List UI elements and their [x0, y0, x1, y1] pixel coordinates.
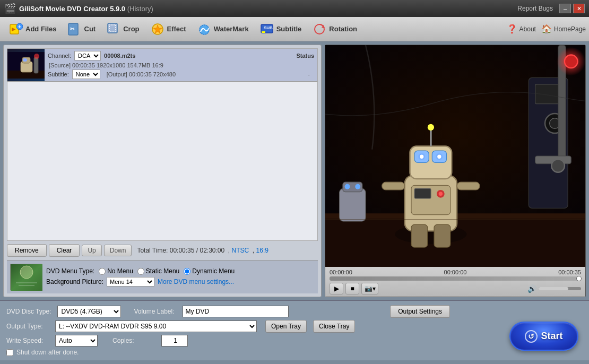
app-logo-icon: 🎬 — [4, 3, 16, 14]
time-left: 00:00:00 — [330, 269, 352, 275]
close-tray-button[interactable]: Close Tray — [313, 320, 355, 333]
svg-point-55 — [437, 155, 441, 159]
down-button[interactable]: Down — [104, 245, 132, 256]
write-speed-select[interactable]: Auto — [55, 335, 98, 346]
volume-bar[interactable] — [539, 287, 581, 290]
rotation-icon — [312, 22, 327, 37]
dvd-menu-area: DVD Menu Type: No Menu Static Menu Dynam… — [7, 260, 318, 293]
vol-label: Volume Label: — [134, 308, 176, 315]
cut-label: Cut — [84, 25, 96, 33]
svg-point-24 — [20, 266, 33, 279]
subtitle-select[interactable]: None — [72, 70, 100, 79]
source-info: [Source] 00:00:35 1920x1080 154.7MB 16:9 — [48, 62, 314, 68]
dynamic-menu-label[interactable]: Dynamic Menu — [184, 267, 235, 275]
ntsc-link[interactable]: NTSC — [232, 247, 249, 254]
start-area: ↺ Start — [509, 322, 578, 351]
svg-point-54 — [420, 155, 423, 159]
toolbar-cut[interactable]: ✂ Cut — [62, 20, 101, 39]
time-middle: 00:00:00 — [444, 269, 467, 275]
svg-text:✂: ✂ — [70, 26, 75, 32]
filename: 00008.m2ts — [104, 53, 197, 59]
toolbar: ▶ + Add Files ✂ Cut Crop — [0, 17, 589, 41]
svg-text:▶: ▶ — [12, 27, 16, 32]
watermark-label: WaterMark — [214, 25, 249, 33]
ratio-link[interactable]: 16:9 — [256, 247, 268, 254]
bottom-wrapper: DVD Disc Type: DVD5 (4.7GB) Volume Label… — [0, 300, 589, 360]
close-button[interactable]: ✕ — [573, 4, 585, 13]
static-menu-radio[interactable] — [137, 268, 144, 275]
status-value: - — [308, 71, 310, 77]
toolbar-crop[interactable]: Crop — [101, 20, 144, 39]
bg-picture-select[interactable]: Menu 14 — [107, 277, 154, 287]
vol-input[interactable] — [183, 306, 289, 317]
clear-button[interactable]: Clear — [49, 244, 80, 257]
copies-input[interactable] — [161, 335, 188, 346]
output-type-select[interactable]: L: --VXDV DVD-RAM DVDR S95 9.00 — [55, 320, 257, 332]
volume-fill — [539, 287, 568, 290]
disc-type-select[interactable]: DVD5 (4.7GB) — [57, 306, 121, 317]
minimize-button[interactable]: – — [559, 4, 571, 13]
start-icon: ↺ — [525, 330, 538, 343]
add-files-label: Add Files — [25, 25, 57, 33]
status-header: Status — [296, 53, 314, 59]
bottom-row1: DVD Disc Type: DVD5 (4.7GB) Volume Label… — [6, 305, 583, 318]
camera-button[interactable]: 📷▾ — [361, 283, 378, 294]
shutdown-checkbox[interactable] — [6, 349, 13, 356]
no-menu-label[interactable]: No Menu — [99, 267, 133, 275]
svg-text:SUB: SUB — [264, 25, 273, 30]
svg-rect-21 — [34, 57, 38, 73]
controls-row: ▶ ■ 📷▾ 🔊 — [330, 283, 581, 294]
video-preview-panel: 00:00:00 00:00:00 00:00:35 ▶ ■ 📷▾ 🔊 — [325, 45, 586, 297]
svg-point-38 — [565, 55, 578, 68]
menu-bg-row: Background Picture: Menu 14 More DVD men… — [46, 277, 235, 287]
subtitle-icon: SUB — [259, 22, 274, 37]
app-title: GiliSoft Movie DVD Creator 5.9.0 (Histor… — [19, 5, 153, 13]
svg-point-60 — [345, 184, 350, 189]
left-panel: Channel: DCA 00008.m2ts Status [Source] … — [3, 45, 322, 297]
toolbar-about[interactable]: ❓ About — [507, 24, 536, 34]
toolbar-watermark[interactable]: WaterMark — [192, 20, 254, 39]
toolbar-subtitle[interactable]: SUB Subtitle — [254, 20, 307, 39]
start-button[interactable]: ↺ Start — [509, 322, 578, 351]
shutdown-row: Shut down after done. — [6, 349, 583, 356]
report-bugs-link[interactable]: Report Bugs — [517, 5, 553, 12]
toolbar-rotation[interactable]: Rotation — [307, 20, 362, 39]
progress-bar[interactable] — [330, 276, 581, 281]
svg-point-22 — [34, 54, 39, 59]
svg-rect-48 — [434, 224, 451, 247]
crop-icon — [106, 22, 121, 37]
time-right: 00:00:35 — [558, 269, 581, 275]
toolbar-add-files[interactable]: ▶ + Add Files — [3, 20, 62, 39]
file-thumbnail — [7, 49, 45, 81]
disc-type-label: DVD Disc Type: — [6, 308, 51, 315]
channel-select[interactable]: DCA — [74, 51, 101, 60]
toolbar-homepage[interactable]: 🏠 HomePage — [541, 24, 586, 34]
table-row: Channel: DCA 00008.m2ts Status [Source] … — [7, 49, 317, 82]
toolbar-effect[interactable]: Effect — [145, 20, 192, 39]
menu-thumbnail — [10, 264, 42, 290]
no-menu-radio[interactable] — [99, 268, 106, 275]
svg-point-44 — [439, 192, 443, 196]
play-button[interactable]: ▶ — [330, 283, 343, 294]
video-controls: 00:00:00 00:00:00 00:00:35 ▶ ■ 📷▾ 🔊 — [325, 267, 585, 297]
static-menu-label[interactable]: Static Menu — [137, 267, 179, 275]
title-bar: 🎬 GiliSoft Movie DVD Creator 5.9.0 (Hist… — [0, 0, 589, 17]
output-settings-button[interactable]: Output Settings — [390, 305, 450, 318]
volume-container: 🔊 — [527, 284, 581, 293]
write-speed-label: Write Speed: — [6, 337, 49, 344]
open-tray-button[interactable]: Open Tray — [265, 320, 307, 333]
more-settings-link[interactable]: More DVD menu settings... — [158, 278, 234, 285]
video-preview — [325, 45, 585, 267]
bg-picture-label: Background Picture: — [46, 278, 103, 285]
dvd-menu-type-label: DVD Menu Type: — [46, 267, 94, 275]
remove-button[interactable]: Remove — [7, 244, 47, 257]
progress-fill — [330, 276, 581, 281]
up-button[interactable]: Up — [82, 245, 101, 256]
dynamic-menu-radio[interactable] — [184, 268, 190, 275]
stop-button[interactable]: ■ — [345, 283, 359, 294]
svg-rect-42 — [414, 188, 431, 198]
volume-icon: 🔊 — [527, 284, 536, 293]
about-icon: ❓ — [507, 24, 517, 34]
file-list-area: Channel: DCA 00008.m2ts Status [Source] … — [7, 48, 318, 241]
svg-rect-45 — [382, 182, 405, 190]
